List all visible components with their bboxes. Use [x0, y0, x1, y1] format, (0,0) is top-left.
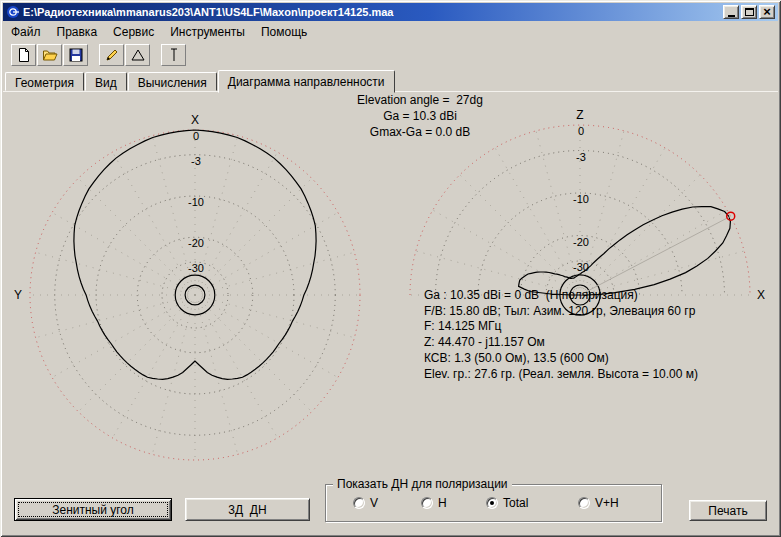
polar-grid-spoke [195, 213, 338, 296]
polar-grid-spoke [433, 210, 580, 295]
polar-grid-spoke [460, 175, 580, 295]
polar-grid-spoke [52, 295, 195, 378]
axis-top-label: Z [576, 108, 583, 122]
elevation-pattern-curve [519, 207, 731, 295]
polar-grid-spoke [195, 295, 238, 454]
ring-db-label: -3 [191, 155, 201, 167]
gain-text: Ga = 10.3 dBi [285, 108, 555, 124]
menu-help[interactable]: Помощь [253, 23, 315, 41]
polar-grid-spoke [580, 175, 700, 295]
polar-grid-spoke [152, 136, 195, 295]
menu-file[interactable]: Файл [3, 23, 49, 41]
polar-grid-spoke [195, 152, 278, 295]
result-line-ga: Ga : 10.35 dBi = 0 dB (Н поляризация) [424, 288, 698, 304]
radio-v-plus-h[interactable]: V+H [578, 496, 619, 510]
radio-h-label: H [438, 496, 447, 510]
pattern-header: Elevation angle = 27dg Ga = 10.3 dBi Gma… [285, 92, 555, 140]
pattern-center-ring [175, 275, 215, 315]
three-d-pattern-button[interactable]: 3Д ДН [185, 498, 310, 521]
pattern-center-ring [185, 285, 205, 305]
tab-view[interactable]: Вид [85, 72, 127, 91]
polar-grid-spoke [195, 295, 354, 338]
open-file-button[interactable] [37, 44, 62, 66]
polar-grid-ring [96, 196, 294, 394]
radio-total-label: Total [503, 496, 528, 510]
polar-grid-ring [436, 151, 725, 296]
close-button[interactable]: × [759, 5, 775, 19]
polar-grid-spoke [195, 136, 238, 295]
ring-db-label: 0 [578, 125, 584, 137]
wire-icon [166, 47, 182, 63]
polar-grid-ring [162, 262, 228, 328]
titlebar[interactable]: E:\Радиотехника\mmanarus203\ANT1\US4LF\M… [3, 3, 778, 21]
antenna-view-icon [130, 47, 146, 63]
maximize-icon [745, 8, 754, 16]
tab-calculations[interactable]: Вычисления [128, 72, 217, 91]
ring-db-label: 0 [193, 130, 199, 142]
ring-db-label: -30 [573, 261, 589, 273]
radio-h[interactable]: H [421, 496, 447, 510]
polar-grid-spoke [536, 131, 580, 295]
gain-cursor-marker[interactable] [727, 212, 735, 220]
radio-total[interactable]: Total [486, 496, 528, 510]
result-line-swr: КСВ: 1.3 (50.0 Ом), 13.5 (600 Ом) [424, 351, 698, 367]
menu-edit[interactable]: Правка [49, 23, 106, 41]
menubar: Файл Правка Сервис Инструменты Помощь [3, 22, 778, 41]
polar-grid-spoke [152, 295, 195, 454]
radio-v[interactable]: V [353, 496, 378, 510]
polar-grid-spoke [78, 295, 195, 412]
tab-bar: Геометрия Вид Вычисления Диаграмма напра… [5, 68, 778, 92]
wire-button[interactable] [161, 44, 186, 66]
polar-grid-spoke [195, 178, 312, 295]
polar-grid-ring [137, 237, 253, 353]
polar-grid-spoke [36, 252, 195, 295]
antenna-view-button[interactable] [125, 44, 150, 66]
zenith-angle-button[interactable]: Зенитный угол [14, 498, 172, 521]
window-title: E:\Радиотехника\mmanarus203\ANT1\US4LF\M… [23, 6, 723, 18]
radio-total-circle [486, 497, 498, 509]
print-button[interactable]: Печать [689, 500, 767, 521]
app-icon [6, 5, 20, 19]
polar-grid-spoke [195, 252, 354, 295]
polar-grid-ring [410, 125, 750, 295]
polar-grid-spoke [113, 295, 196, 438]
polar-grid-spoke [36, 295, 195, 338]
polar-grid-ring [30, 130, 360, 460]
minimize-button[interactable] [723, 5, 739, 19]
radio-v-label: V [370, 496, 378, 510]
gmax-delta-text: Gmax-Ga = 0.0 dB [285, 124, 555, 140]
ring-db-label: -10 [188, 196, 204, 208]
polar-grid-spoke [78, 178, 195, 295]
result-line-impedance: Z: 44.470 - j11.157 Ом [424, 335, 698, 351]
polar-grid-ring [478, 193, 682, 295]
maximize-button[interactable] [741, 5, 757, 19]
ring-db-label: -20 [188, 237, 204, 249]
edit-pencil-icon [104, 47, 120, 63]
menu-tools[interactable]: Инструменты [162, 23, 253, 41]
polar-grid-spoke [195, 295, 312, 412]
new-file-button[interactable] [11, 44, 36, 66]
minimize-icon [728, 15, 735, 17]
polarization-group-label: Показать ДН для поляризации [333, 477, 512, 491]
axis-top-label: X [191, 113, 199, 127]
tab-pattern[interactable]: Диаграмма направленности [218, 70, 395, 93]
result-line-freq: F: 14.125 МГц [424, 319, 698, 335]
app-window: E:\Радиотехника\mmanarus203\ANT1\US4LF\M… [0, 0, 781, 537]
ring-db-label: -20 [573, 236, 589, 248]
polar-grid-spoke [113, 152, 196, 295]
radio-v-plus-h-circle [578, 497, 590, 509]
tab-geometry[interactable]: Геометрия [5, 72, 84, 91]
new-file-icon [16, 47, 32, 63]
azimuth-pattern-curve [74, 130, 316, 379]
ring-db-label: -3 [576, 151, 586, 163]
polar-grid-spoke [580, 131, 624, 295]
polar-grid-spoke [52, 213, 195, 296]
open-file-icon [42, 47, 58, 63]
edit-button[interactable] [99, 44, 124, 66]
close-icon: × [763, 6, 771, 18]
ring-db-label: -10 [573, 193, 589, 205]
save-file-button[interactable] [63, 44, 88, 66]
save-file-icon [68, 47, 84, 63]
polar-grid-ring [55, 155, 336, 436]
menu-service[interactable]: Сервис [105, 23, 162, 41]
